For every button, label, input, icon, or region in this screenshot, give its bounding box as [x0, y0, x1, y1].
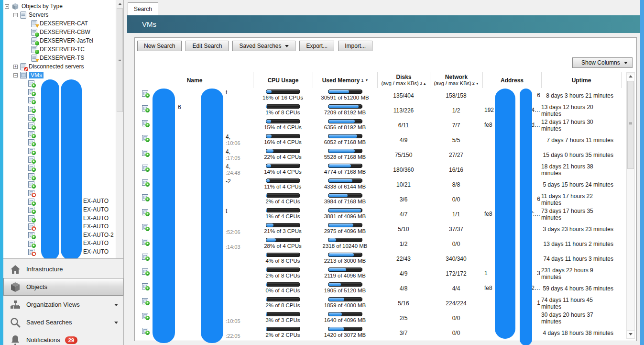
collapse-icon[interactable]: −: [13, 13, 18, 17]
tree-item-vm[interactable]: EX-AUTO-2: [3, 231, 115, 240]
gauge-fill: [266, 298, 267, 301]
used-memory-cell: 1859 of 4000 MB: [313, 296, 377, 311]
tree-item-vm[interactable]: [3, 96, 115, 105]
column-header-disks[interactable]: Disks (avg / max KBs)3▲: [378, 72, 430, 88]
tree-item-vm[interactable]: EX-AUTO: [3, 223, 115, 231]
table-scrollbar[interactable]: [626, 72, 635, 339]
disks-cell: 3/7: [377, 325, 430, 340]
tree-item-vm[interactable]: [3, 164, 115, 172]
search-icon: [9, 317, 22, 328]
nav-item-notifications[interactable]: Notifications29: [3, 331, 123, 345]
tree-item-vm[interactable]: EX-AUTO: [3, 197, 115, 206]
gauge-fill: [328, 238, 336, 242]
tree-item-vm[interactable]: [3, 189, 115, 198]
tree-item-disconnected-servers[interactable]: + Disconnected servers: [3, 62, 115, 71]
uptime-cell: 5 days 15 hours 24 minutes: [541, 177, 621, 192]
cube-icon: [11, 3, 19, 10]
scroll-up-icon[interactable]: [118, 3, 122, 5]
import-button[interactable]: Import...: [338, 41, 372, 51]
server-name: DEXSERVER-CBW: [40, 29, 90, 35]
expand-icon[interactable]: +: [13, 65, 18, 69]
scrollbar-thumb[interactable]: [627, 81, 634, 169]
vm-icon: [142, 254, 148, 260]
tree-item-vm[interactable]: EX-AUTO: [3, 206, 115, 214]
sort-order-number: 1: [361, 78, 363, 83]
tree-item-vm[interactable]: [3, 147, 115, 156]
export-button[interactable]: Export...: [299, 41, 334, 51]
page-title: VMs: [142, 20, 156, 28]
tree-item-vm[interactable]: [3, 130, 115, 139]
tree-item-vm[interactable]: [3, 172, 115, 181]
tree-item-vm[interactable]: [3, 122, 115, 130]
tree-label: Objects by Type: [22, 3, 63, 10]
collapse-icon[interactable]: −: [13, 73, 18, 78]
network-cell: 7/7: [430, 118, 482, 133]
memory-usage-label: 4774 of 7168 MB: [313, 168, 377, 176]
vm-name-fragment: -2: [226, 178, 231, 185]
column-header-network[interactable]: Network (avg / max KBs)2▼: [430, 72, 483, 88]
running-badge-icon: [32, 117, 36, 122]
disconnected-server-icon: [20, 63, 26, 70]
vm-icon: [28, 148, 34, 154]
vm-icon: [28, 106, 34, 112]
scrollbar-thumb[interactable]: [117, 8, 123, 112]
nav-item-organization-views[interactable]: Organization Views: [3, 296, 123, 313]
tree-item-vms[interactable]: − VMs: [3, 71, 115, 79]
cpu-usage-label: 2% of 8 CPUs: [253, 302, 313, 309]
cpu-usage-gauge: [266, 208, 300, 212]
cpu-usage-label: 11% of 4 CPUs: [253, 183, 313, 190]
column-header-uptime[interactable]: Uptime: [542, 72, 622, 88]
tree-item-server[interactable]: DEXSERVER-JasTel: [3, 36, 115, 45]
tree-item-objects-by-type[interactable]: − Objects by Type: [3, 2, 115, 11]
saved-searches-button[interactable]: Saved Searches: [232, 41, 295, 51]
column-header-name[interactable]: Name: [136, 72, 253, 88]
tree-item-vm[interactable]: [3, 88, 115, 97]
tree-item-vm[interactable]: [3, 79, 115, 88]
tree-item-vm[interactable]: [3, 138, 115, 147]
tree-item-server[interactable]: DEXSERVER-TS: [3, 54, 115, 62]
address-fragment: 6: [537, 92, 540, 99]
vm-icon: [142, 209, 148, 215]
running-badge-icon: [145, 182, 150, 187]
nav-item-saved-searches[interactable]: Saved Searches: [3, 313, 123, 331]
tree-item-vm[interactable]: [3, 113, 115, 122]
nav-item-infrastructure[interactable]: Infrastructure: [3, 260, 123, 278]
disks-cell: 4/9: [377, 266, 430, 281]
memory-usage-gauge: [328, 327, 362, 331]
show-columns-button[interactable]: Show Columns: [572, 57, 633, 68]
tree-item-vm[interactable]: [3, 155, 115, 164]
running-badge-icon: [145, 331, 150, 335]
nav-label: Saved Searches: [26, 319, 72, 326]
column-header-cpu[interactable]: CPU Usage: [253, 72, 313, 88]
sort-desc-icon: ▼: [365, 78, 368, 82]
server-name: DEXSERVER-TS: [40, 55, 84, 61]
used-memory-cell: 2213 of 3000 MB: [313, 251, 377, 266]
tree-item-vm[interactable]: EX-AUTO: [3, 239, 115, 248]
uptime-cell: 18 days 21 hours 38 minutes: [541, 162, 621, 177]
tree-item-servers[interactable]: − Servers: [3, 11, 115, 19]
uptime-cell: 59 days 4 hours 36 minutes: [541, 281, 621, 296]
nav-label: Objects: [26, 283, 47, 290]
network-cell: 8/8: [430, 177, 482, 192]
tree-item-vm[interactable]: EX-AUTO: [3, 248, 115, 256]
tree-item-vm[interactable]: EX-AUTO: [3, 214, 115, 223]
tree-item-vm[interactable]: [3, 180, 115, 189]
tree-item-server[interactable]: DEXSERVER-CBW: [3, 28, 115, 36]
nav-item-objects[interactable]: Objects: [3, 278, 123, 296]
column-header-address[interactable]: Address: [483, 72, 542, 88]
tree-scrollbar[interactable]: [116, 0, 123, 258]
gauge-fill: [266, 120, 272, 123]
scroll-down-button[interactable]: [627, 330, 634, 338]
tree-item-server[interactable]: DEXSERVER-CAT: [3, 19, 115, 28]
disks-cell: 113/226: [377, 103, 430, 118]
column-header-memory[interactable]: Used Memory 1 ▼: [313, 72, 378, 88]
tab-search[interactable]: Search: [128, 2, 158, 15]
tree-item-server[interactable]: DEXSERVER-TC: [3, 45, 115, 54]
tree-item-vm[interactable]: [3, 105, 115, 113]
memory-usage-label: 3984 of 7168 MB: [313, 198, 377, 205]
collapse-icon[interactable]: −: [5, 4, 9, 9]
vm-icon: [28, 232, 34, 238]
new-search-button[interactable]: New Search: [137, 41, 182, 51]
edit-search-button[interactable]: Edit Search: [186, 41, 229, 51]
used-memory-cell: 6052 of 7168 MB: [313, 133, 377, 147]
